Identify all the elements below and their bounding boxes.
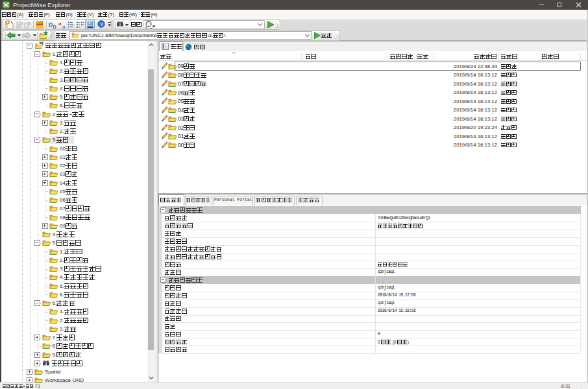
svg-text:a: a (62, 24, 66, 29)
svg-text:a: a (58, 21, 62, 27)
svg-text:?: ? (99, 21, 103, 27)
svg-text:D: D (53, 25, 56, 29)
